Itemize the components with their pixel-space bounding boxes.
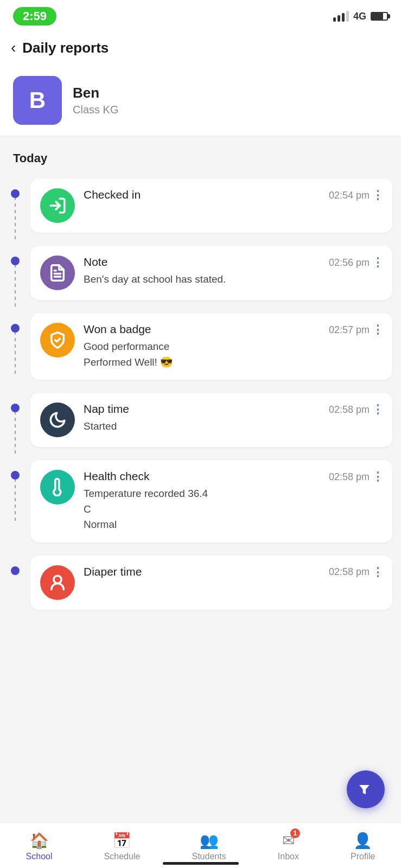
event-title: Nap time <box>84 403 129 416</box>
timeline-card[interactable]: Health check 02:58 pm⋮ Temperature recor… <box>30 460 392 542</box>
timeline-dot <box>11 189 20 198</box>
timeline-item-checkin: Checked in 02:54 pm⋮ <box>0 174 401 241</box>
status-time: 2:59 <box>13 7 56 25</box>
timeline-item-note: Note 02:56 pm⋮ Ben's day at school has s… <box>0 241 401 309</box>
header: ‹ Daily reports <box>0 30 401 65</box>
event-icon-note <box>40 256 75 290</box>
event-time: 02:56 pm⋮ <box>329 256 383 270</box>
timeline-dot <box>11 471 20 480</box>
timeline-dot-col <box>0 456 30 480</box>
event-icon-badge <box>40 323 75 358</box>
event-desc: Good performancePerformed Well! 😎 <box>84 339 383 370</box>
event-content: Checked in 02:54 pm⋮ <box>84 188 383 202</box>
nav-item-profile[interactable]: 👤 Profile <box>342 829 384 864</box>
status-bar: 2:59 4G <box>0 0 401 30</box>
timeline-item-badge: Won a badge 02:57 pm⋮ Good performancePe… <box>0 309 401 388</box>
event-desc: Ben's day at school has stated. <box>84 272 383 288</box>
event-time: 02:58 pm⋮ <box>329 403 383 417</box>
more-icon[interactable]: ⋮ <box>372 256 383 270</box>
event-header: Note 02:56 pm⋮ <box>84 256 383 270</box>
nav-label-school: School <box>26 852 53 861</box>
timeline-line <box>15 478 16 522</box>
event-icon-nap <box>40 403 75 437</box>
more-icon[interactable]: ⋮ <box>372 188 383 202</box>
student-info: Ben Class KG <box>73 85 118 116</box>
timeline-item-nap: Nap time 02:58 pm⋮ Started <box>0 388 401 456</box>
timeline-dot-col <box>0 174 30 198</box>
timeline-card[interactable]: Won a badge 02:57 pm⋮ Good performancePe… <box>30 313 392 380</box>
avatar: B <box>13 76 62 125</box>
more-icon[interactable]: ⋮ <box>372 565 383 579</box>
section-label-today: Today <box>0 136 401 174</box>
home-indicator <box>163 862 239 865</box>
event-title: Diaper time <box>84 565 142 578</box>
timeline-line <box>15 197 16 240</box>
timeline-item-diaper: Diaper time 02:58 pm⋮ <box>0 551 401 618</box>
event-content: Nap time 02:58 pm⋮ Started <box>84 403 383 435</box>
page-title: Daily reports <box>22 40 109 56</box>
event-header: Diaper time 02:58 pm⋮ <box>84 565 383 579</box>
student-name: Ben <box>73 85 118 101</box>
badge-count: 1 <box>290 828 300 838</box>
event-title: Won a badge <box>84 323 151 336</box>
event-time: 02:58 pm⋮ <box>329 470 383 484</box>
bottom-nav: 🏠 School 📅 Schedule 👥 Students ✉1 Inbox … <box>0 822 401 868</box>
school-icon: 🏠 <box>30 832 49 850</box>
back-button[interactable]: ‹ <box>11 39 16 56</box>
event-header: Won a badge 02:57 pm⋮ <box>84 323 383 337</box>
students-icon: 👥 <box>200 832 219 850</box>
timeline-dot-col <box>0 551 30 575</box>
event-icon-checkin <box>40 188 75 223</box>
event-header: Health check 02:58 pm⋮ <box>84 470 383 484</box>
network-label: 4G <box>353 11 366 22</box>
nav-label-students: Students <box>192 852 226 861</box>
nav-label-schedule: Schedule <box>104 852 141 861</box>
timeline-line <box>15 411 16 455</box>
nav-item-inbox[interactable]: ✉1 Inbox <box>269 829 308 864</box>
more-icon[interactable]: ⋮ <box>372 470 383 484</box>
event-header: Checked in 02:54 pm⋮ <box>84 188 383 202</box>
timeline-dot <box>11 257 20 265</box>
student-class: Class KG <box>73 104 118 116</box>
event-icon-health <box>40 470 75 505</box>
event-desc: Started <box>84 419 383 435</box>
event-time: 02:54 pm⋮ <box>329 188 383 202</box>
inbox-icon: ✉1 <box>282 832 295 850</box>
timeline-dot <box>11 404 20 412</box>
battery-icon <box>371 12 388 21</box>
nav-item-students[interactable]: 👥 Students <box>183 829 234 864</box>
event-content: Won a badge 02:57 pm⋮ Good performancePe… <box>84 323 383 370</box>
timeline-card[interactable]: Checked in 02:54 pm⋮ <box>30 178 392 233</box>
more-icon[interactable]: ⋮ <box>372 323 383 337</box>
nav-item-school[interactable]: 🏠 School <box>17 829 61 864</box>
nav-label-profile: Profile <box>351 852 375 861</box>
event-time: 02:57 pm⋮ <box>329 323 383 337</box>
profile-icon: 👤 <box>353 832 372 850</box>
timeline-line <box>15 264 16 308</box>
more-icon[interactable]: ⋮ <box>372 403 383 417</box>
event-content: Note 02:56 pm⋮ Ben's day at school has s… <box>84 256 383 288</box>
timeline-dot-col <box>0 241 30 265</box>
timeline-dot-col <box>0 388 30 412</box>
timeline-card[interactable]: Nap time 02:58 pm⋮ Started <box>30 393 392 447</box>
filter-icon <box>357 781 374 798</box>
event-content: Diaper time 02:58 pm⋮ <box>84 565 383 579</box>
event-desc: Temperature recorded 36.4CNormal <box>84 486 383 533</box>
svg-point-3 <box>54 576 61 583</box>
timeline-card[interactable]: Note 02:56 pm⋮ Ben's day at school has s… <box>30 246 392 300</box>
status-right: 4G <box>333 11 388 22</box>
signal-icon <box>333 11 349 22</box>
timeline: Checked in 02:54 pm⋮ Note 02:56 <box>0 174 401 629</box>
event-icon-diaper <box>40 565 75 600</box>
timeline-line <box>15 331 16 375</box>
timeline-dot <box>11 566 20 575</box>
student-card: B Ben Class KG <box>0 65 401 136</box>
event-content: Health check 02:58 pm⋮ Temperature recor… <box>84 470 383 533</box>
filter-fab[interactable] <box>347 770 385 808</box>
event-title: Health check <box>84 470 149 483</box>
timeline-dot <box>11 324 20 333</box>
schedule-icon: 📅 <box>112 832 131 850</box>
timeline-card[interactable]: Diaper time 02:58 pm⋮ <box>30 556 392 610</box>
nav-item-schedule[interactable]: 📅 Schedule <box>96 829 149 864</box>
nav-label-inbox: Inbox <box>278 852 299 861</box>
